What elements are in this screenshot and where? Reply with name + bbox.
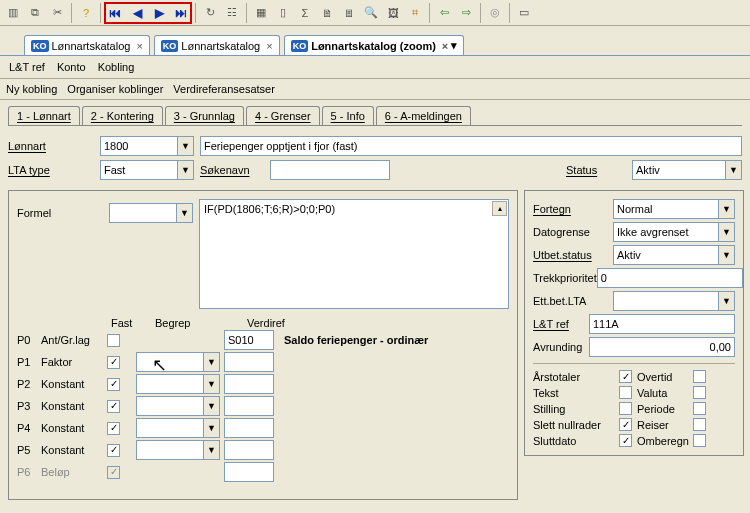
scroll-up-icon[interactable]: ▴ [492,201,507,216]
tool-mag-icon[interactable]: 🔍 [360,2,382,24]
status-combo[interactable]: Aktiv ▼ [632,160,742,180]
param-verdiref-input[interactable] [224,440,274,460]
tool-loop-icon[interactable]: ↻ [199,2,221,24]
tool-doc-icon[interactable]: 🗎 [316,2,338,24]
nav-last-icon[interactable]: ⏭ [170,2,192,24]
close-icon[interactable]: × [442,40,448,52]
tool-help-icon[interactable]: ? [75,2,97,24]
chevron-down-icon[interactable]: ▼ [203,375,219,393]
close-icon[interactable]: × [266,40,272,52]
formula-textarea[interactable]: IF(PD(1806;T;6;R)>0;0;P0) ▴ [199,199,509,309]
datogrense-combo[interactable]: Ikke avgrenset▼ [613,222,735,242]
param-verdiref-input[interactable] [224,396,274,416]
tool-fwd-icon[interactable]: ⇨ [455,2,477,24]
param-fast-checkbox[interactable] [107,422,120,435]
file-tab-1[interactable]: KO Lønnartskatalog × [24,35,150,55]
chevron-down-icon[interactable]: ▾ [451,39,457,52]
tool-copy-icon[interactable]: ⧉ [24,2,46,24]
chevron-down-icon[interactable]: ▼ [177,137,193,155]
file-tab-2[interactable]: KO Lønnartskatalog × [154,35,280,55]
param-begrep-combo[interactable]: ▼ [136,396,220,416]
tool-back-icon[interactable]: ⇦ [433,2,455,24]
param-name: Konstant [41,378,103,390]
tool-img-icon[interactable]: 🖼 [382,2,404,24]
reiser-checkbox[interactable] [693,418,706,431]
tool-cut-icon[interactable]: ✂ [46,2,68,24]
sub-organiser[interactable]: Organiser koblinger [67,83,163,95]
stilling-checkbox[interactable] [619,402,632,415]
param-fast-checkbox[interactable] [107,466,120,479]
lonnart-desc-input[interactable] [200,136,742,156]
nav-prev-icon[interactable]: ◀ [126,2,148,24]
formel-combo[interactable]: ▼ [109,203,193,223]
tool-table-icon[interactable]: ▦ [250,2,272,24]
tab-info[interactable]: 5 - Info [322,106,374,125]
chevron-down-icon[interactable]: ▼ [176,204,192,222]
arstotaler-checkbox[interactable] [619,370,632,383]
param-fast-checkbox[interactable] [107,400,120,413]
file-tab-3[interactable]: KO Lønnartskatalog (zoom) × ▾ [284,35,465,55]
tool-page-icon[interactable]: 🗏 [338,2,360,24]
tab-amelding[interactable]: 6 - A-meldingen [376,106,471,125]
param-verdiref-input[interactable] [224,418,274,438]
tab-kontering[interactable]: 2 - Kontering [82,106,163,125]
ltref-input[interactable] [589,314,735,334]
menu-ltref[interactable]: L&T ref [6,59,48,75]
param-fast-checkbox[interactable] [107,334,120,347]
param-begrep-combo[interactable]: ▼ [136,418,220,438]
sub-verdiref[interactable]: Verdireferansesatser [173,83,275,95]
nav-first-icon[interactable]: ⏮ [104,2,126,24]
chevron-down-icon[interactable]: ▼ [203,353,219,371]
param-verdiref-input[interactable] [224,462,274,482]
param-name: Konstant [41,422,103,434]
tool-tree-icon[interactable]: ☷ [221,2,243,24]
chevron-down-icon[interactable]: ▼ [718,292,734,310]
tekst-checkbox[interactable] [619,386,632,399]
periode-checkbox[interactable] [693,402,706,415]
param-verdiref-input[interactable] [224,352,274,372]
tool-grid-icon[interactable]: ▥ [2,2,24,24]
param-verdiref-input[interactable] [224,330,274,350]
param-fast-checkbox[interactable] [107,378,120,391]
trekk-input[interactable] [597,268,743,288]
valuta-checkbox[interactable] [693,386,706,399]
chevron-down-icon[interactable]: ▼ [718,246,734,264]
tool-chart-icon[interactable]: ▯ [272,2,294,24]
chevron-down-icon[interactable]: ▼ [203,441,219,459]
chevron-down-icon[interactable]: ▼ [718,223,734,241]
param-fast-checkbox[interactable] [107,356,120,369]
lonnart-combo[interactable]: 1800 ▼ [100,136,194,156]
overtid-checkbox[interactable] [693,370,706,383]
sluttdato-checkbox[interactable] [619,434,632,447]
param-begrep-combo[interactable]: ▼ [136,374,220,394]
utbet-combo[interactable]: Aktiv▼ [613,245,735,265]
param-begrep-combo[interactable]: ▼ [136,440,220,460]
param-begrep-combo[interactable]: ▼ [136,352,220,372]
tool-bars-icon[interactable]: ⌗ [404,2,426,24]
sokenavn-input[interactable] [270,160,390,180]
param-fast-checkbox[interactable] [107,444,120,457]
chevron-down-icon[interactable]: ▼ [177,161,193,179]
chevron-down-icon[interactable]: ▼ [725,161,741,179]
chevron-down-icon[interactable]: ▼ [718,200,734,218]
nav-next-icon[interactable]: ▶ [148,2,170,24]
slettnull-checkbox[interactable] [619,418,632,431]
tool-dialog-icon[interactable]: ▭ [513,2,535,24]
tab-grenser[interactable]: 4 - Grenser [246,106,320,125]
menu-konto[interactable]: Konto [54,59,89,75]
ltatype-combo[interactable]: Fast ▼ [100,160,194,180]
menu-kobling[interactable]: Kobling [95,59,138,75]
chevron-down-icon[interactable]: ▼ [203,397,219,415]
ettbet-combo[interactable]: ▼ [613,291,735,311]
close-icon[interactable]: × [136,40,142,52]
tool-sum-icon[interactable]: Σ [294,2,316,24]
fortegn-combo[interactable]: Normal▼ [613,199,735,219]
tab-lonnart[interactable]: 1 - Lønnart [8,106,80,125]
sub-nykobling[interactable]: Ny kobling [6,83,57,95]
chevron-down-icon[interactable]: ▼ [203,419,219,437]
omberegn-checkbox[interactable] [693,434,706,447]
tab-grunnlag[interactable]: 3 - Grunnlag [165,106,244,125]
param-verdiref-input[interactable] [224,374,274,394]
avrund-input[interactable] [589,337,735,357]
tool-stop-icon[interactable]: ◎ [484,2,506,24]
